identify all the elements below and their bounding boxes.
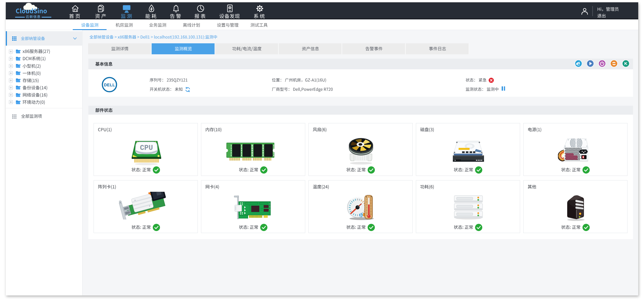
svg-text:K: K: [624, 61, 628, 66]
svg-text:DELL: DELL: [104, 83, 115, 87]
svg-text:CPU: CPU: [140, 144, 153, 152]
